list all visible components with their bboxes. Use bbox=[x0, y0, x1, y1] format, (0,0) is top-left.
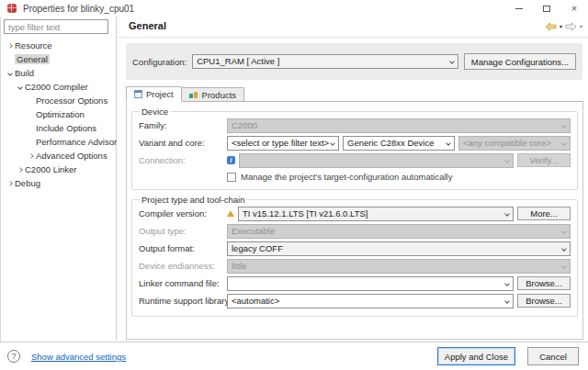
tree-item-performance-advisor[interactable]: Performance Advisor bbox=[0, 135, 115, 149]
endianness-select: little bbox=[227, 259, 571, 274]
tree-item-advanced-options[interactable]: Advanced Options bbox=[0, 149, 115, 163]
device-group-title: Device bbox=[140, 107, 170, 117]
dialog-footer: ? Show advanced settings Apply and Close… bbox=[0, 342, 588, 370]
family-row: Family: C2000 bbox=[139, 118, 571, 132]
selected-tree-label: General bbox=[15, 54, 50, 64]
output-type-select: Executable bbox=[227, 224, 571, 239]
back-arrow-icon[interactable] bbox=[545, 22, 557, 31]
tree-item-c2000-linker[interactable]: C2000 Linker bbox=[0, 163, 115, 176]
cancel-button[interactable]: Cancel bbox=[527, 347, 579, 365]
connection-label: Connection: bbox=[139, 155, 227, 165]
tab-project[interactable]: Project bbox=[126, 86, 182, 102]
maximize-button[interactable] bbox=[533, 0, 560, 17]
runtime-library-label: Runtime support library: bbox=[139, 296, 227, 306]
tree-item-resource[interactable]: Resource bbox=[0, 39, 115, 52]
configuration-select[interactable]: CPU1_RAM [ Active ] bbox=[192, 54, 458, 69]
runtime-browse-button[interactable]: Browse... bbox=[517, 294, 571, 308]
linker-file-select[interactable] bbox=[227, 276, 514, 291]
maximize-icon bbox=[543, 6, 550, 12]
configuration-panel: Configuration: CPU1_RAM [ Active ] Manag… bbox=[126, 43, 582, 80]
show-advanced-settings-link[interactable]: Show advanced settings bbox=[31, 352, 126, 362]
dropdown-chevron-icon bbox=[561, 263, 567, 269]
tree-item-debug[interactable]: Debug bbox=[0, 176, 115, 190]
minimize-icon bbox=[515, 8, 523, 9]
products-tab-icon bbox=[189, 91, 198, 98]
runtime-library-row: Runtime support library: <automatic> Bro… bbox=[139, 294, 571, 308]
title-bar: Properties for blinky_cpu01 × bbox=[0, 0, 588, 17]
family-label: Family: bbox=[139, 120, 227, 130]
help-icon[interactable]: ? bbox=[7, 350, 20, 363]
page-title: General bbox=[129, 20, 166, 31]
warning-icon bbox=[227, 210, 234, 217]
device-group: Device Family: C2000 Variant and core: <… bbox=[131, 107, 578, 190]
linker-file-label: Linker command file: bbox=[139, 278, 227, 288]
endianness-row: Device endianness: little bbox=[139, 259, 571, 273]
tree-item-general[interactable]: General bbox=[0, 52, 115, 66]
linker-file-row: Linker command file: Browse... bbox=[139, 276, 571, 290]
sidebar: Resource General Build C2000 Compiler Pr… bbox=[0, 17, 117, 341]
linker-browse-button[interactable]: Browse... bbox=[517, 276, 571, 290]
apply-and-close-button[interactable]: Apply and Close bbox=[437, 347, 515, 365]
forward-menu-caret-icon[interactable]: ▾ bbox=[580, 24, 582, 29]
endianness-label: Device endianness: bbox=[139, 261, 227, 271]
info-icon: i bbox=[227, 156, 235, 164]
verify-button: Verify... bbox=[517, 153, 571, 167]
output-format-label: Output format: bbox=[139, 243, 227, 253]
tree-item-processor-options[interactable]: Processor Options bbox=[0, 94, 115, 107]
forward-arrow-icon[interactable] bbox=[565, 22, 577, 31]
chevron-right-icon[interactable] bbox=[16, 168, 25, 172]
output-type-label: Output type: bbox=[139, 226, 227, 236]
project-tab-icon bbox=[134, 90, 142, 98]
auto-manage-label: Manage the project's target-configuratio… bbox=[241, 172, 452, 182]
compiler-version-row: Compiler version: TI v15.12.1.LTS [TI v2… bbox=[139, 207, 571, 220]
dropdown-chevron-icon bbox=[561, 229, 567, 234]
minimize-button[interactable] bbox=[505, 0, 533, 17]
tab-products[interactable]: Products bbox=[182, 87, 245, 102]
dropdown-chevron-icon bbox=[561, 123, 567, 129]
dropdown-chevron-icon bbox=[330, 140, 335, 146]
chevron-down-icon[interactable] bbox=[6, 72, 15, 75]
project-tab-content: Device Family: C2000 Variant and core: <… bbox=[126, 101, 583, 340]
dropdown-chevron-icon bbox=[504, 211, 510, 217]
toolchain-group: Project type and tool-chain Compiler ver… bbox=[131, 195, 578, 317]
output-format-select[interactable]: legacy COFF bbox=[227, 241, 571, 256]
variant-label: Variant and core: bbox=[139, 138, 227, 148]
more-button[interactable]: More... bbox=[517, 207, 571, 220]
chevron-right-icon[interactable] bbox=[27, 154, 36, 158]
variant-filter-select[interactable]: <select or type filter text> bbox=[227, 136, 339, 151]
runtime-library-select[interactable]: <automatic> bbox=[227, 294, 514, 308]
header-separator bbox=[118, 37, 588, 38]
connection-select bbox=[239, 153, 514, 168]
variant-row: Variant and core: <select or type filter… bbox=[139, 136, 571, 150]
auto-manage-checkbox[interactable] bbox=[227, 173, 236, 182]
toolchain-group-title: Project type and tool-chain bbox=[140, 195, 246, 205]
output-type-row: Output type: Executable bbox=[139, 224, 571, 238]
dropdown-chevron-icon bbox=[449, 59, 455, 64]
tree-item-c2000-compiler[interactable]: C2000 Compiler bbox=[0, 80, 115, 94]
close-icon: × bbox=[571, 4, 577, 14]
properties-dialog: Properties for blinky_cpu01 × Resource G… bbox=[0, 0, 588, 370]
variant-device-select[interactable]: Generic C28xx Device bbox=[343, 136, 455, 151]
configuration-label: Configuration: bbox=[132, 57, 187, 67]
app-icon bbox=[7, 4, 17, 13]
manage-configurations-button[interactable]: Manage Configurations... bbox=[464, 53, 576, 70]
tree-item-optimization[interactable]: Optimization bbox=[0, 107, 115, 121]
chevron-down-icon[interactable] bbox=[16, 85, 25, 89]
compiler-version-select[interactable]: TI v15.12.1.LTS [TI v21.6.0.LTS] bbox=[238, 207, 514, 221]
chevron-right-icon[interactable] bbox=[6, 44, 15, 48]
back-menu-caret-icon[interactable]: ▾ bbox=[560, 24, 562, 29]
window-controls: × bbox=[505, 0, 588, 17]
variant-core-select: <any compatible core> bbox=[458, 136, 571, 151]
dropdown-chevron-icon bbox=[561, 140, 567, 146]
dropdown-chevron-icon bbox=[504, 298, 510, 304]
output-format-row: Output format: legacy COFF bbox=[139, 241, 571, 255]
tree-item-build[interactable]: Build bbox=[0, 66, 115, 80]
filter-input[interactable] bbox=[4, 19, 108, 34]
close-button[interactable]: × bbox=[560, 0, 588, 17]
tree-item-include-options[interactable]: Include Options bbox=[0, 121, 115, 135]
auto-manage-row: Manage the project's target-configuratio… bbox=[227, 171, 571, 183]
main-panel: General ▾ ▾ Configuration: CPU1_RAM [ Ac… bbox=[118, 17, 588, 341]
chevron-right-icon[interactable] bbox=[6, 182, 15, 185]
family-select: C2000 bbox=[227, 118, 571, 133]
dropdown-chevron-icon bbox=[446, 140, 451, 146]
